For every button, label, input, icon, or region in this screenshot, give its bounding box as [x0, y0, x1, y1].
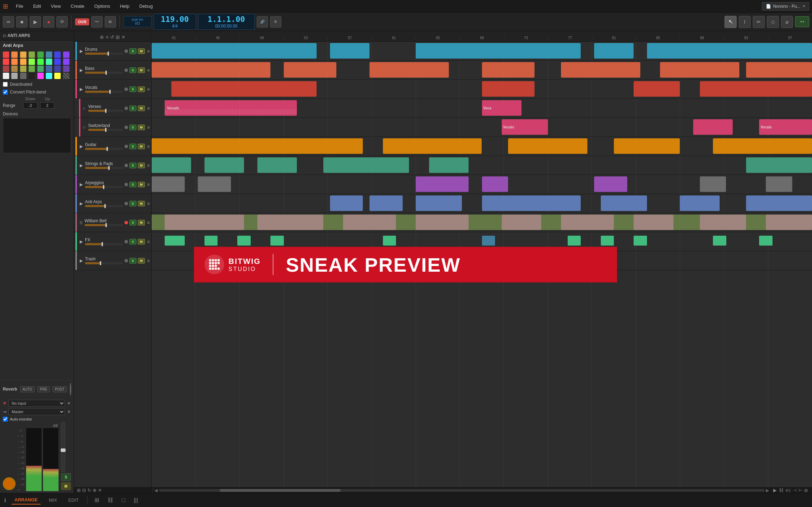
william-bell-clip-8[interactable] — [700, 215, 746, 230]
anti-arps-clip-4[interactable] — [482, 195, 581, 211]
bass-clip-4[interactable] — [482, 62, 535, 78]
ruler-mark-65[interactable]: 65 — [416, 36, 460, 40]
close-tracks-icon[interactable]: ✕ — [121, 34, 126, 40]
fx-clip-3[interactable] — [237, 236, 250, 246]
anti-arps-clip-7[interactable] — [746, 195, 812, 211]
close-bottom-icon[interactable]: ✕ — [98, 488, 102, 493]
fx-clip-11[interactable] — [759, 236, 772, 246]
strings-clip-1[interactable] — [152, 157, 191, 173]
volume-fader-handle[interactable] — [61, 448, 66, 452]
color-swatch-12[interactable] — [29, 59, 35, 65]
scroll-right-button[interactable]: ▶ — [766, 488, 769, 493]
ruler-mark-69[interactable]: 69 — [460, 36, 504, 40]
arrow-bottom-icon[interactable]: ↻ — [87, 488, 91, 493]
mute-button[interactable]: M — [61, 482, 71, 490]
anti-arps-record-dot[interactable] — [124, 202, 128, 205]
tab-mix[interactable]: MIX — [46, 496, 60, 504]
ruler-mark-77[interactable]: 77 — [548, 36, 592, 40]
vocals-clip-3[interactable] — [634, 81, 680, 97]
william-bell-menu-icon[interactable]: ≡ — [147, 220, 150, 225]
color-swatch-5[interactable] — [37, 52, 44, 58]
trash-menu-icon[interactable]: ≡ — [147, 258, 150, 264]
color-swatch-30[interactable] — [46, 73, 52, 79]
square-icon[interactable]: □ — [120, 496, 127, 505]
strings-mute-button[interactable]: M — [138, 163, 145, 168]
trash-record-dot[interactable] — [124, 259, 128, 262]
color-swatch-27[interactable] — [20, 73, 26, 79]
range-down-value[interactable]: -2 — [23, 102, 37, 109]
verses-menu-icon[interactable]: ≡ — [147, 105, 150, 111]
anti-arps-clip-3[interactable] — [416, 195, 462, 211]
grid-bottom-icon[interactable]: ⊟ — [82, 488, 86, 493]
color-swatch-9[interactable] — [3, 59, 9, 65]
guitar-clip-3[interactable] — [508, 138, 587, 154]
fx-clip-9[interactable] — [634, 236, 647, 246]
loop-region-button[interactable]: ↔ — [795, 16, 809, 27]
tab-close-icon[interactable]: ✕ — [802, 4, 805, 8]
anti-arps-clip-2[interactable] — [370, 195, 403, 211]
switzerland-clip-3[interactable]: Vocals — [759, 119, 812, 135]
fx-clip-6[interactable] — [482, 236, 495, 246]
menu-create[interactable]: Create — [68, 3, 86, 10]
color-swatch-28[interactable] — [29, 73, 35, 79]
ruler-mark-53[interactable]: 53 — [284, 36, 328, 40]
menu-options[interactable]: Options — [92, 3, 112, 10]
menu-debug[interactable]: Debug — [137, 3, 155, 10]
grid-icon[interactable]: ⊞ — [93, 495, 100, 505]
color-swatch-22[interactable] — [46, 66, 52, 72]
color-swatch-17[interactable] — [3, 66, 9, 72]
color-swatch-15[interactable] — [54, 59, 61, 65]
verses-solo-button[interactable]: S — [129, 105, 136, 111]
verses-clip-1[interactable]: Vocals — [165, 100, 297, 116]
cursor-tool-button[interactable]: ↖ — [725, 16, 737, 28]
bass-clip-1[interactable] — [152, 62, 270, 78]
vocals-volume-slider[interactable] — [85, 91, 123, 93]
switzerland-clip-1[interactable]: Vocals — [502, 119, 548, 135]
vocals-record-dot[interactable] — [124, 87, 128, 91]
auto-mode-button[interactable]: AUTO — [20, 386, 35, 392]
arpeggios-clip-1[interactable] — [152, 176, 185, 192]
vocals-menu-icon[interactable]: ≡ — [147, 86, 150, 92]
verses-clip-2[interactable]: Voca — [482, 100, 521, 116]
volume-fader-track[interactable] — [61, 422, 65, 472]
guitar-clip-2[interactable] — [383, 138, 482, 154]
william-bell-mute-button[interactable]: M — [138, 220, 145, 225]
ruler-mark-89[interactable]: 89 — [680, 36, 724, 40]
arpeggios-volume-slider[interactable] — [85, 186, 123, 188]
guitar-menu-icon[interactable]: ≡ — [147, 144, 150, 149]
drums-clip-3[interactable] — [416, 43, 581, 59]
color-swatch-18[interactable] — [11, 66, 18, 72]
post-mode-button[interactable]: POST — [53, 386, 67, 392]
verses-volume-slider[interactable] — [88, 110, 123, 112]
loop-connect-button[interactable]: ⟳ — [56, 16, 68, 28]
solo-button[interactable]: S — [61, 473, 71, 481]
color-swatch-11[interactable] — [20, 59, 26, 65]
arpeggios-clip-3[interactable] — [416, 176, 469, 192]
strings-clip-5[interactable] — [429, 157, 469, 173]
zoom-icon-2[interactable]: ⊢ — [799, 488, 802, 493]
arpeggios-clip-5[interactable] — [594, 176, 627, 192]
drums-mute-button[interactable]: M — [138, 48, 145, 54]
deactivated-checkbox[interactable] — [3, 82, 8, 87]
william-bell-clip-5[interactable] — [502, 215, 541, 230]
color-swatch-32[interactable] — [63, 73, 69, 79]
bass-solo-button[interactable]: S — [129, 67, 136, 73]
william-bell-clip-3[interactable] — [343, 215, 396, 230]
color-swatch-24[interactable] — [63, 66, 69, 72]
strings-record-dot[interactable] — [124, 164, 128, 167]
trash-mute-button[interactable]: M — [138, 258, 145, 264]
eraser-tool-button[interactable]: ◇ — [767, 16, 779, 28]
menu-edit[interactable]: Edit — [31, 3, 43, 10]
ruler-mark-49[interactable]: 49 — [240, 36, 284, 40]
fx-clip-1[interactable] — [165, 236, 184, 246]
color-swatch-25[interactable] — [3, 73, 9, 79]
zoom-icon-1[interactable]: ⊣ — [793, 488, 796, 493]
input-dropdown-icon[interactable]: ▼ — [67, 401, 71, 405]
blade-tool-button[interactable]: ⌀ — [781, 16, 793, 28]
switzerland-record-dot[interactable] — [124, 126, 128, 129]
bass-mute-button[interactable]: M — [138, 67, 145, 73]
add-track-icon[interactable]: ⊕ — [100, 34, 104, 40]
color-swatch-7[interactable] — [54, 52, 61, 58]
active-tab[interactable]: 📄 Nonono - Pu... ✕ — [762, 2, 809, 11]
color-swatch-4[interactable] — [29, 52, 35, 58]
